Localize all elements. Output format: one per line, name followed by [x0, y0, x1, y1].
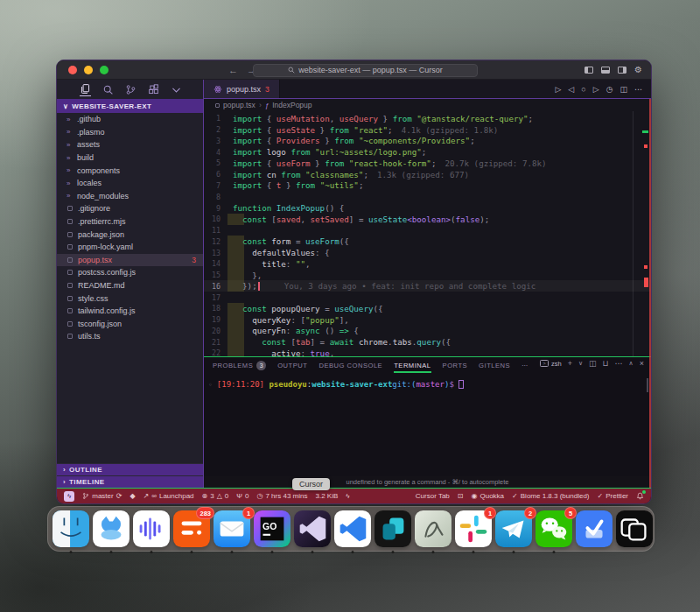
dock-app-cursor[interactable]	[294, 510, 331, 547]
status-branch[interactable]: master⟳	[82, 492, 122, 500]
toggle-panel-icon[interactable]	[601, 67, 610, 74]
file-row-tailwind.config.js[interactable]: tailwind.config.js	[57, 305, 203, 318]
file-row-package.json[interactable]: package.json	[57, 228, 203, 241]
dock-app-goland[interactable]: GO	[254, 510, 290, 547]
file-row-pnpm-lock.yaml[interactable]: pnpm-lock.yaml	[57, 241, 203, 254]
close-panel-icon[interactable]: ×	[640, 359, 644, 368]
code-line-11[interactable]: 11	[204, 225, 651, 236]
run-button[interactable]: ▷	[555, 85, 561, 94]
toggle-primary-sidebar-icon[interactable]	[584, 67, 593, 74]
code-line-5[interactable]: 5import { useForm } from "react-hook-for…	[204, 158, 651, 169]
terminal-scrollbar[interactable]	[647, 378, 648, 392]
status-prettier[interactable]: ✓Prettier	[598, 492, 629, 500]
code-line-2[interactable]: 2import { useState } from "react";4.1k (…	[204, 124, 651, 136]
minimize-window-button[interactable]	[84, 66, 93, 74]
folder-row-locales[interactable]: »locales	[57, 177, 203, 190]
code-line-19[interactable]: 19 queryKey: ["popup"],	[204, 314, 651, 326]
file-row-.prettierrc.mjs[interactable]: .prettierrc.mjs	[57, 215, 203, 229]
status-gitlens[interactable]: ◆	[130, 492, 135, 500]
activity-extensions-icon[interactable]	[148, 84, 159, 95]
more-actions-icon[interactable]: ⋯	[615, 359, 623, 368]
code-editor[interactable]: 1import { useMutation, useQuery } from "…	[204, 111, 651, 356]
terminal-shell-chip[interactable]: > zsh	[540, 360, 562, 368]
folder-row-.plasmo[interactable]: ».plasmo	[57, 126, 203, 139]
folder-row-.github[interactable]: ».github	[57, 113, 203, 126]
dock-app-fox-app[interactable]	[93, 510, 130, 547]
code-line-15[interactable]: 15 },	[204, 270, 651, 281]
code-line-1[interactable]: 1import { useMutation, useQuery } from "…	[204, 113, 651, 124]
dock-app-things[interactable]	[576, 510, 612, 547]
maximize-panel-icon[interactable]: ∧	[629, 360, 634, 367]
terminal-dropdown-icon[interactable]: ∨	[578, 360, 583, 367]
code-line-14[interactable]: 14 title: "",	[204, 258, 651, 270]
code-line-22[interactable]: 22 active: true,	[204, 348, 651, 356]
activity-search-icon[interactable]	[102, 84, 114, 95]
code-line-9[interactable]: 9function IndexPopup() {	[204, 202, 651, 214]
code-line-6[interactable]: 6import cn from "classnames";1.3k (gzipp…	[204, 169, 651, 180]
dock-app-finder[interactable]	[52, 510, 89, 547]
dock-app-dark-square-app[interactable]	[374, 510, 411, 547]
code-line-13[interactable]: 13 defaultValues: {	[204, 247, 651, 258]
code-line-10[interactable]: 10 const [saved, setSaved] = useState<bo…	[204, 214, 651, 225]
code-line-4[interactable]: 4import logo from "url:~assets/logo.png"…	[204, 146, 651, 158]
code-line-18[interactable]: 18 const popupQuery = useQuery({	[204, 303, 651, 314]
command-center[interactable]: website-saver-ext — popup.tsx — Cursor	[253, 64, 478, 77]
dock-app-arc-browser[interactable]	[415, 510, 452, 547]
status-plug[interactable]: ϟ	[346, 492, 349, 500]
breadcrumb-file[interactable]: popup.tsx	[223, 101, 256, 109]
code-line-21[interactable]: 21 const [tab] = await chrome.tabs.query…	[204, 336, 651, 348]
settings-gear-icon[interactable]: ⚙	[634, 65, 642, 74]
breadcrumb[interactable]: popup.tsx › ƒ IndexPopup	[204, 99, 651, 111]
next-change-icon[interactable]: ▷	[593, 85, 599, 94]
tab-popup-tsx[interactable]: popup.tsx 3	[204, 80, 280, 98]
dock-app-mail[interactable]: 1	[214, 510, 250, 547]
panel-tab-ports[interactable]: PORTS	[443, 357, 468, 373]
outline-section-header[interactable]: › OUTLINE	[57, 463, 203, 475]
split-editor-icon[interactable]: ◫	[620, 85, 627, 94]
close-window-button[interactable]	[68, 66, 77, 74]
dock-app-telegram[interactable]: 2	[495, 510, 532, 547]
activity-source-control-icon[interactable]	[125, 84, 136, 95]
commit-dot-icon[interactable]: ○	[581, 85, 585, 94]
toggle-secondary-sidebar-icon[interactable]	[618, 67, 626, 74]
file-row-popup.tsx[interactable]: popup.tsx3	[57, 254, 203, 267]
dock-app-waveform-app[interactable]	[133, 510, 170, 547]
file-row-utils.ts[interactable]: utils.ts	[57, 330, 203, 343]
dock-app-vscode[interactable]	[334, 510, 371, 547]
status-problems[interactable]: ⊗3△0	[202, 492, 229, 500]
panel-tab-debug-console[interactable]: DEBUG CONSOLE	[318, 357, 382, 373]
dock-app-stacked-windows-app[interactable]	[616, 510, 653, 547]
panel-tab-terminal[interactable]: TERMINAL	[394, 357, 430, 373]
status-notifications[interactable]	[636, 492, 644, 500]
code-line-8[interactable]: 8	[204, 191, 651, 202]
code-line-12[interactable]: 12 const form = useForm({	[204, 236, 651, 247]
status-forks[interactable]: Ψ0	[236, 492, 248, 500]
dock-app-wechat[interactable]: 5	[536, 510, 572, 547]
status-filesize[interactable]: 3.2 KiB	[315, 492, 338, 500]
activity-files-icon[interactable]	[80, 83, 91, 96]
code-line-17[interactable]: 17	[204, 292, 651, 303]
activity-chevron-down-icon[interactable]	[171, 84, 182, 95]
status-wakatime[interactable]: ◷7 hrs 43 mins	[256, 492, 307, 500]
previous-change-icon[interactable]: ◁	[568, 85, 574, 94]
code-line-20[interactable]: 20 queryFn: async () => {	[204, 326, 651, 337]
status-quokka[interactable]: ◉Quokka	[472, 492, 505, 500]
timeline-icon[interactable]: ◷	[606, 85, 613, 94]
zoom-window-button[interactable]	[100, 66, 108, 74]
status-launchpad[interactable]: ↗∞Launchpad	[144, 492, 194, 500]
panel-tab-⋯[interactable]: ⋯	[522, 357, 528, 373]
status-remote[interactable]: ϟ	[64, 491, 74, 502]
file-row-README.md[interactable]: README.md	[57, 279, 203, 292]
file-row-style.css[interactable]: style.css	[57, 292, 203, 305]
file-row-.gitignore[interactable]: .gitignore	[57, 202, 203, 215]
file-row-tsconfig.json[interactable]: tsconfig.json	[57, 318, 203, 331]
explorer-root-header[interactable]: ∨ WEBSITE-SAVER-EXT	[57, 99, 203, 113]
folder-row-assets[interactable]: »assets	[57, 138, 203, 151]
folder-row-node_modules[interactable]: »node_modules	[57, 190, 203, 203]
code-line-7[interactable]: 7import { t } from "~utils";	[204, 180, 651, 192]
nav-back-icon[interactable]: ←	[228, 61, 238, 79]
code-line-3[interactable]: 3import { Providers } from "~components/…	[204, 136, 651, 147]
code-line-16[interactable]: 16 });You, 3 days ago • feat: init repo …	[204, 280, 651, 292]
timeline-section-header[interactable]: › TIMELINE	[57, 475, 203, 488]
status-cursor-tab[interactable]: Cursor Tab	[416, 492, 450, 500]
